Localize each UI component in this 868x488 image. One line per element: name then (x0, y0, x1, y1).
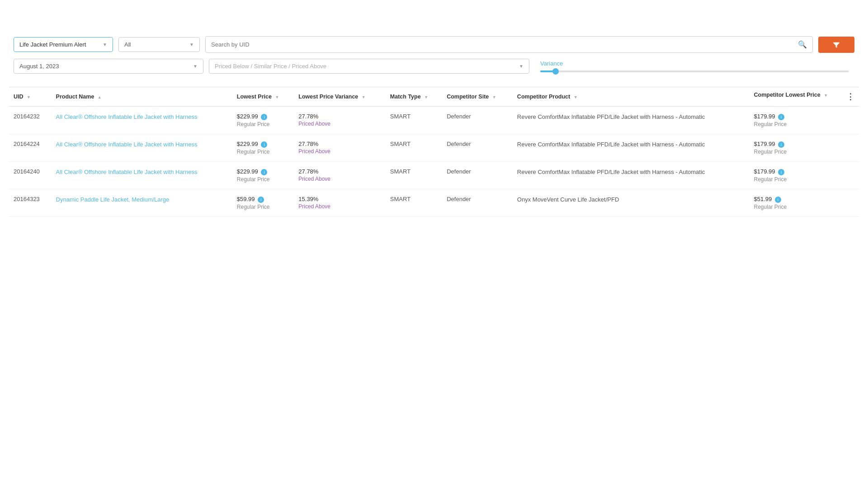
col-competitor-site[interactable]: Competitor Site ▼ (442, 87, 513, 107)
variance-cell-1: 27.78% Priced Above (294, 134, 386, 162)
col-uid[interactable]: UID ▼ (9, 87, 52, 107)
product-select[interactable]: Life Jacket Premium Alert ▼ (14, 37, 113, 52)
lowest-price-info-icon-0[interactable]: i (261, 114, 267, 120)
all-select[interactable]: All ▼ (118, 37, 200, 52)
uid-cell-3: 20164323 (9, 189, 52, 217)
product-select-arrow: ▼ (103, 42, 107, 47)
variance-pct-1: 27.78% (298, 141, 381, 147)
price-filter-arrow: ▼ (519, 64, 524, 69)
variance-label: Variance (540, 60, 849, 67)
competitor-price-value-2: $179.99 i (754, 168, 854, 175)
all-select-arrow: ▼ (189, 42, 194, 47)
competitor-price-info-icon-3[interactable]: i (775, 197, 781, 203)
product-name-cell-2: All Clear® Offshore Inflatable Life Jack… (52, 162, 232, 189)
date-select[interactable]: August 1, 2023 ▼ (14, 59, 203, 74)
uid-sort-icon: ▼ (27, 95, 31, 99)
match-type-cell-3: SMART (386, 189, 442, 217)
col-match-type[interactable]: Match Type ▼ (386, 87, 442, 107)
variance-cell-3: 15.39% Priced Above (294, 189, 386, 217)
competitor-lowest-price-cell-0: $179.99 i Regular Price (749, 107, 859, 134)
product-link-1[interactable]: All Clear® Offshore Inflatable Life Jack… (56, 141, 228, 149)
competitor-product-cell-0: Revere ComfortMax Inflatable PFD/Life Ja… (513, 107, 750, 134)
variance-slider-thumb[interactable] (552, 68, 559, 75)
variance-cell-0: 27.78% Priced Above (294, 107, 386, 134)
competitor-price-sub-1: Regular Price (754, 149, 854, 155)
date-select-arrow: ▼ (193, 64, 198, 69)
competitor-price-value-0: $179.99 i (754, 113, 854, 120)
competitor-lowest-price-cell-3: $51.99 i Regular Price (749, 189, 859, 217)
competitor-price-sub-0: Regular Price (754, 121, 854, 127)
product-link-3[interactable]: Dynamic Paddle Life Jacket, Medium/Large (56, 196, 228, 204)
competitor-product-sort-icon: ▼ (574, 95, 578, 99)
col-lowest-price-variance[interactable]: Lowest Price Variance ▼ (294, 87, 386, 107)
competitor-site-cell-2: Defender (442, 162, 513, 189)
lowest-price-info-icon-1[interactable]: i (261, 141, 267, 148)
variance-label-2: Priced Above (298, 176, 381, 182)
product-select-value: Life Jacket Premium Alert (19, 41, 99, 48)
table-row: 20164224 All Clear® Offshore Inflatable … (9, 134, 859, 162)
competitor-site-cell-1: Defender (442, 134, 513, 162)
variance-pct-3: 15.39% (298, 196, 381, 202)
lowest-price-sub-0: Regular Price (237, 121, 290, 127)
table-header-row: UID ▼ Product Name ▲ Lowest Price ▼ Lowe… (9, 87, 859, 107)
variance-cell-2: 27.78% Priced Above (294, 162, 386, 189)
competitor-price-info-icon-1[interactable]: i (778, 141, 784, 148)
lowest-price-sub-3: Regular Price (237, 204, 290, 210)
competitor-lowest-price-sort-icon: ▼ (824, 93, 828, 98)
lowest-price-cell-3: $59.99 i Regular Price (232, 189, 294, 217)
lowest-price-cell-0: $229.99 i Regular Price (232, 107, 294, 134)
match-type-cell-2: SMART (386, 162, 442, 189)
competitor-lowest-price-cell-1: $179.99 i Regular Price (749, 134, 859, 162)
col-competitor-lowest-price[interactable]: Competitor Lowest Price ▼ ⋮ (749, 87, 859, 107)
competitor-site-cell-3: Defender (442, 189, 513, 217)
competitor-price-sub-3: Regular Price (754, 204, 854, 210)
filter-icon (832, 41, 840, 49)
product-name-cell-0: All Clear® Offshore Inflatable Life Jack… (52, 107, 232, 134)
competitor-product-cell-2: Revere ComfortMax Inflatable PFD/Life Ja… (513, 162, 750, 189)
lowest-price-value-2: $229.99 i (237, 168, 290, 175)
lowest-price-variance-sort-icon: ▼ (362, 95, 366, 99)
competitor-price-sub-2: Regular Price (754, 176, 854, 183)
table-row: 20164240 All Clear® Offshore Inflatable … (9, 162, 859, 189)
competitor-site-cell-0: Defender (442, 107, 513, 134)
search-input[interactable] (211, 41, 798, 48)
match-type-cell-1: SMART (386, 134, 442, 162)
variance-label-0: Priced Above (298, 121, 381, 127)
product-name-cell-3: Dynamic Paddle Life Jacket, Medium/Large (52, 189, 232, 217)
competitor-price-info-icon-0[interactable]: i (778, 114, 784, 120)
product-name-cell-1: All Clear® Offshore Inflatable Life Jack… (52, 134, 232, 162)
match-type-sort-icon: ▼ (424, 95, 428, 99)
variance-label-3: Priced Above (298, 203, 381, 210)
search-container: 🔍 (205, 36, 813, 53)
lowest-price-cell-1: $229.99 i Regular Price (232, 134, 294, 162)
filter-button[interactable] (818, 37, 854, 53)
variance-pct-2: 27.78% (298, 168, 381, 175)
price-filter-select[interactable]: Priced Below / Similar Price / Priced Ab… (209, 59, 529, 74)
uid-cell-0: 20164232 (9, 107, 52, 134)
data-table: UID ▼ Product Name ▲ Lowest Price ▼ Lowe… (9, 87, 859, 217)
lowest-price-sort-icon: ▼ (275, 95, 279, 99)
variance-label-1: Priced Above (298, 148, 381, 155)
uid-cell-2: 20164240 (9, 162, 52, 189)
lowest-price-info-icon-2[interactable]: i (261, 169, 267, 175)
variance-pct-0: 27.78% (298, 113, 381, 120)
uid-cell-1: 20164224 (9, 134, 52, 162)
competitor-price-value-3: $51.99 i (754, 196, 854, 203)
competitor-price-info-icon-2[interactable]: i (778, 169, 784, 175)
lowest-price-sub-2: Regular Price (237, 176, 290, 183)
col-competitor-product[interactable]: Competitor Product ▼ (513, 87, 750, 107)
col-product-name[interactable]: Product Name ▲ (52, 87, 232, 107)
match-type-cell-0: SMART (386, 107, 442, 134)
price-filter-placeholder: Priced Below / Similar Price / Priced Ab… (215, 63, 515, 70)
product-link-0[interactable]: All Clear® Offshore Inflatable Life Jack… (56, 113, 228, 121)
table-options-icon[interactable]: ⋮ (846, 92, 854, 102)
lowest-price-info-icon-3[interactable]: i (258, 197, 264, 203)
col-lowest-price[interactable]: Lowest Price ▼ (232, 87, 294, 107)
lowest-price-value-3: $59.99 i (237, 196, 290, 203)
variance-slider-track[interactable] (540, 70, 849, 72)
competitor-lowest-price-cell-2: $179.99 i Regular Price (749, 162, 859, 189)
competitor-product-cell-1: Revere ComfortMax Inflatable PFD/Life Ja… (513, 134, 750, 162)
product-link-2[interactable]: All Clear® Offshore Inflatable Life Jack… (56, 168, 228, 176)
lowest-price-sub-1: Regular Price (237, 149, 290, 155)
competitor-site-sort-icon: ▼ (492, 95, 496, 99)
